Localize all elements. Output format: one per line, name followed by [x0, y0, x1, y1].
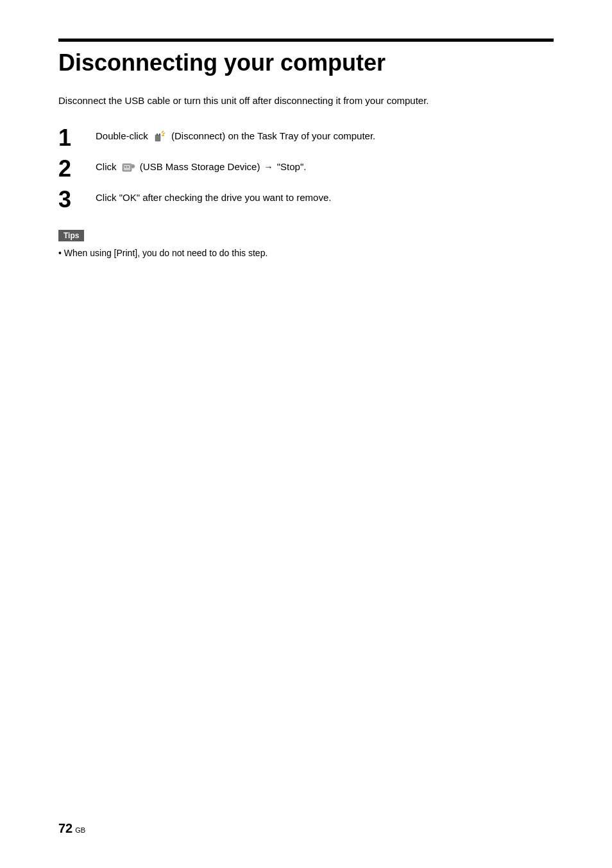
page-title: Disconnecting your computer: [58, 49, 554, 76]
tips-section: Tips When using [Print], you do not need…: [58, 229, 554, 260]
step-2-arrow: →: [264, 162, 273, 172]
step-2-text-after: "Stop".: [277, 161, 307, 172]
page-label: GB: [75, 826, 85, 834]
disconnect-icon: [153, 130, 167, 144]
svg-rect-0: [155, 135, 160, 141]
svg-line-3: [162, 131, 164, 133]
svg-rect-8: [124, 166, 126, 168]
step-3-text: Click "OK" after checking the drive you …: [96, 192, 331, 203]
step-2-text-middle: (USB Mass Storage Device): [140, 161, 263, 172]
svg-line-4: [163, 133, 165, 134]
steps-list: 1 Double-click (Disconnect) on the Task …: [58, 129, 554, 211]
step-2-text-before: Click: [96, 161, 119, 172]
svg-rect-1: [157, 134, 158, 135]
page-footer: 72 GB: [58, 821, 85, 836]
tips-item-1: When using [Print], you do not need to d…: [58, 247, 554, 260]
svg-rect-2: [159, 134, 160, 135]
step-2-content: Click (USB Mass Storage Device) → "Stop"…: [96, 160, 554, 175]
step-1-number: 1: [58, 126, 89, 150]
step-3: 3 Click "OK" after checking the drive yo…: [58, 191, 554, 211]
page-number: 72: [58, 821, 72, 836]
page-container: Disconnecting your computer Disconnect t…: [0, 0, 612, 868]
step-2-number: 2: [58, 157, 89, 180]
step-3-number: 3: [58, 188, 89, 211]
step-1-content: Double-click (Disconnect) on the Task Tr…: [96, 129, 554, 144]
step-1: 1 Double-click (Disconnect) on the Task …: [58, 129, 554, 150]
top-border-decoration: [58, 39, 554, 42]
step-1-text-after: (Disconnect) on the Task Tray of your co…: [171, 130, 375, 141]
step-3-content: Click "OK" after checking the drive you …: [96, 191, 554, 205]
tips-badge: Tips: [58, 230, 84, 241]
usb-storage-icon: [121, 161, 135, 175]
intro-paragraph: Disconnect the USB cable or turn this un…: [58, 94, 554, 108]
svg-rect-9: [127, 166, 129, 168]
step-1-text-before: Double-click: [96, 130, 151, 141]
step-2: 2 Click (USB Mass Storage Device) → "Sto…: [58, 160, 554, 180]
